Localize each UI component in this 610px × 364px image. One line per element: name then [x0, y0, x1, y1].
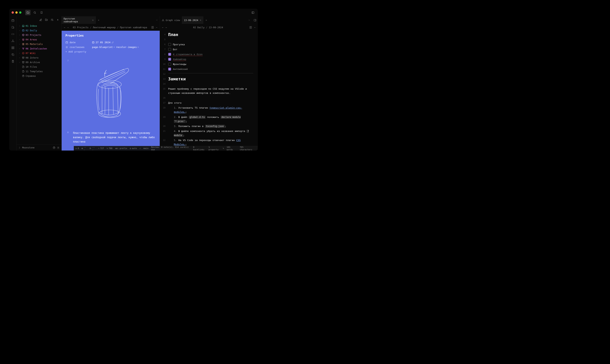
svg-rect-7	[12, 47, 13, 48]
tree-folder[interactable]: ›03 Projects	[18, 33, 60, 37]
tree-folder[interactable]: ›08 Zotero	[18, 55, 60, 60]
tree-folder[interactable]: ›04 Areas	[18, 37, 60, 42]
left-sidebar-toggle-icon[interactable]	[250, 10, 255, 15]
new-note-icon[interactable]	[38, 17, 43, 22]
reading-mode-icon[interactable]	[249, 26, 252, 29]
status-item[interactable]: ᴀʙ:prefix	[115, 147, 127, 150]
status-item[interactable]: ▷0	[76, 147, 79, 150]
nav-forward-icon[interactable]: →	[165, 26, 167, 29]
gear-icon[interactable]	[57, 146, 60, 149]
status-item[interactable]: ⊪---	[90, 146, 95, 151]
tree-folder[interactable]: ›07 Wiki	[18, 51, 60, 55]
graph-icon[interactable]	[10, 38, 15, 44]
tab-dropdown-icon[interactable]	[154, 16, 160, 24]
task-text[interactable]: 4 сторипоинта в Ozon	[173, 53, 203, 56]
note-body[interactable]: Properties date 27 05 2024	[62, 31, 160, 151]
status-item[interactable]: ⊡auto	[130, 147, 137, 150]
nav-forward-icon[interactable]: →	[67, 26, 69, 29]
status-item[interactable]: main	[143, 147, 148, 150]
cards-icon[interactable]	[10, 25, 15, 30]
status-item[interactable]: ✎788	[106, 147, 112, 150]
breadcrumb-segment[interactable]: 02 Daily	[193, 26, 204, 29]
more-icon[interactable]: ⋯	[156, 26, 158, 29]
tree-folder[interactable]: 11 Templates	[18, 69, 60, 74]
status-item[interactable]: 765 characters	[240, 146, 256, 151]
tab-daily-note[interactable]: 13-08-2024 ×	[182, 16, 203, 24]
right-sidebar-toggle-icon[interactable]	[252, 16, 258, 24]
breadcrumb-segment[interactable]: Прототип хайлайтера	[120, 26, 147, 29]
property-row-date[interactable]: date 27 05 2024	[66, 40, 156, 45]
sort-icon[interactable]	[50, 17, 54, 22]
tree-folder[interactable]: 10 Files	[18, 65, 60, 69]
calendar-icon[interactable]	[10, 18, 15, 23]
list-item: 2.В файл global.d.ts положить declare mo…	[168, 115, 253, 123]
help-icon[interactable]	[53, 146, 55, 149]
nav-back-icon[interactable]: ←	[162, 26, 164, 29]
tree-folder[interactable]: ›02 Daily	[18, 28, 60, 33]
clipboard-icon[interactable]	[10, 59, 15, 64]
remove-tag-icon[interactable]: ×	[114, 46, 115, 48]
new-folder-icon[interactable]	[44, 17, 49, 22]
code-icon[interactable]	[10, 31, 15, 37]
status-item[interactable]: 101 words	[227, 146, 237, 151]
task-checkbox[interactable]: ✓	[168, 58, 171, 61]
vault-switcher[interactable]: Moonstone	[16, 144, 61, 151]
more-icon[interactable]: ⋯	[254, 26, 255, 29]
task-checkbox[interactable]: ✓	[168, 68, 171, 71]
close-icon[interactable]: ×	[92, 19, 94, 22]
status-item[interactable]: Review: 0 note(s), 914 card(s) due	[151, 146, 190, 151]
property-value[interactable]: 27 05 2024	[96, 41, 110, 44]
copy-icon[interactable]	[10, 52, 15, 57]
task-text[interactable]: Английский	[173, 68, 188, 71]
tree-label: 03 Projects	[26, 34, 41, 36]
task-checkbox[interactable]	[168, 63, 171, 65]
task-text[interactable]: Хайлайтер	[173, 58, 186, 61]
maximize-window-button[interactable]	[19, 11, 21, 14]
breadcrumb-segment[interactable]: 03 Projects	[73, 26, 89, 29]
status-item[interactable]: 0 backlinks	[193, 146, 206, 151]
status-item[interactable]: ✂727	[98, 147, 104, 150]
task-checkbox[interactable]	[168, 43, 171, 46]
tree-folder[interactable]: ›05 Materials	[18, 42, 60, 46]
tree-folder[interactable]: Справка	[18, 74, 60, 78]
folder-icon[interactable]	[25, 10, 30, 15]
breadcrumb-segment[interactable]: Ленточный маркер	[93, 26, 116, 29]
paragraph[interactable]: 8 Пластиковая пластина прижимает ленту к…	[66, 131, 156, 144]
status-item[interactable]: ⊞---	[81, 146, 87, 151]
tab-dropdown-icon[interactable]	[246, 16, 252, 24]
nav-back-icon[interactable]: ←	[64, 26, 66, 29]
breadcrumb-segment[interactable]: 13-08-2024	[209, 26, 223, 29]
search-icon[interactable]	[32, 10, 37, 15]
task-checkbox[interactable]	[168, 48, 171, 51]
tree-folder[interactable]: ›09 Archive	[18, 60, 60, 65]
close-icon[interactable]: ×	[200, 19, 201, 22]
minimize-window-button[interactable]	[15, 11, 18, 14]
task-text[interactable]: Прогулка	[173, 43, 185, 46]
tab-prototype[interactable]: Прототип хайлайтера ×	[62, 16, 96, 24]
remove-tag-icon[interactable]: ×	[137, 46, 139, 48]
new-tab-button[interactable]: +	[96, 16, 102, 24]
task-checkbox[interactable]: ✓	[168, 53, 171, 56]
add-property-button[interactable]: + Add property	[66, 50, 156, 53]
close-window-button[interactable]	[12, 11, 14, 14]
reading-mode-icon[interactable]	[151, 26, 154, 29]
status-pencil-icon[interactable]: ✎	[223, 147, 224, 150]
tab-graph-view[interactable]: Graph view	[160, 16, 182, 24]
chevron-right-icon: ›	[18, 43, 21, 45]
tree-folder[interactable]: ›06 Zettelcasten	[18, 46, 60, 51]
task-text[interactable]: Бот	[173, 48, 177, 51]
new-tab-button[interactable]: +	[203, 16, 209, 24]
property-row-cssclasses[interactable]: cssclasses page-blueprint× recolor-image…	[66, 45, 156, 50]
svg-rect-1	[252, 12, 254, 13]
grid-icon[interactable]	[10, 45, 15, 51]
collapse-icon[interactable]	[55, 17, 60, 22]
cssclass-tag[interactable]: recolor-images×	[116, 46, 139, 49]
cssclass-tag[interactable]: page-blueprint×	[92, 46, 115, 49]
status-check-icon[interactable]: ✓	[140, 147, 141, 150]
bookmark-icon[interactable]	[39, 10, 44, 15]
note-body[interactable]: 4План 5 6Прогулка7Бот8✓4 сторипоинта в O…	[160, 31, 258, 151]
status-item[interactable]: 1 property	[209, 146, 220, 151]
task-text[interactable]: Фронтенды	[173, 63, 186, 65]
tree-folder[interactable]: ›01 Inbox	[18, 24, 60, 28]
svg-rect-20	[22, 61, 24, 62]
